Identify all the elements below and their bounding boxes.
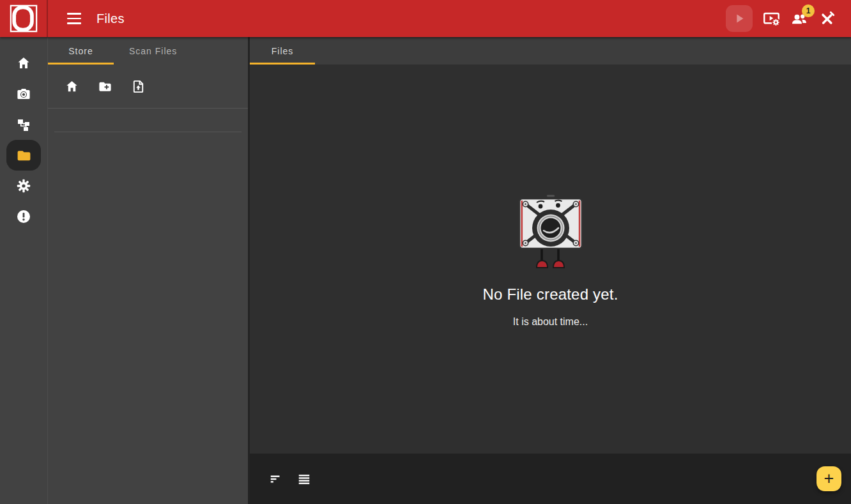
settings-icon [16, 178, 31, 194]
rail-item-files[interactable] [6, 140, 41, 171]
panel-toolbar [48, 65, 248, 108]
rows-icon [297, 472, 311, 486]
bottom-bar: + [250, 454, 851, 504]
sort-button[interactable] [268, 471, 284, 487]
files-main-pane: Files [250, 37, 851, 504]
webcam-settings-button[interactable] [762, 9, 781, 28]
rail-item-alerts[interactable] [6, 201, 41, 232]
play-icon [732, 11, 746, 26]
tab-files[interactable]: Files [250, 37, 315, 65]
page-title: Files [96, 11, 125, 26]
rail-item-connections[interactable] [6, 109, 41, 140]
upload-file-icon [131, 79, 146, 94]
home-icon [16, 56, 31, 71]
plus-icon: + [824, 470, 834, 487]
app-bar-actions: 1 [726, 5, 851, 32]
hamburger-icon [67, 13, 81, 15]
tab-store[interactable]: Store [48, 37, 114, 65]
crossed-tools-icon [818, 10, 836, 27]
home-icon [65, 79, 79, 94]
go-home-folder-button[interactable] [63, 78, 80, 95]
create-folder-button[interactable] [96, 78, 113, 95]
list-view-button[interactable] [296, 471, 312, 487]
app-bar: Files [0, 0, 851, 37]
empty-state: No File created yet. It is about time... [250, 65, 851, 454]
empty-state-title: No File created yet. [482, 286, 618, 303]
tab-scan-files[interactable]: Scan Files [114, 37, 192, 65]
tab-scan-files-label: Scan Files [129, 46, 177, 56]
start-print-button[interactable] [726, 5, 753, 32]
tab-files-label: Files [272, 46, 294, 56]
add-file-fab[interactable]: + [816, 466, 841, 491]
video-settings-icon [763, 10, 780, 27]
sort-icon [269, 472, 283, 486]
rail-item-webcam[interactable] [6, 79, 41, 109]
app-window: Files [0, 0, 851, 504]
rail-item-home[interactable] [6, 48, 41, 79]
main-tabs: Files [250, 37, 851, 65]
app-body: Store Scan Files [0, 37, 851, 504]
file-list-row-empty [48, 109, 248, 132]
panel-divider-inset [54, 132, 241, 132]
upload-file-button[interactable] [130, 78, 146, 95]
empty-state-subtitle: It is about time... [513, 316, 588, 328]
nav-rail [0, 37, 48, 504]
webcam-mascot-image [517, 195, 585, 270]
files-source-panel: Store Scan Files [48, 37, 250, 504]
bottom-bar-icons [268, 471, 312, 487]
create-folder-icon [98, 79, 112, 94]
logo-o-icon [9, 4, 38, 33]
users-button[interactable]: 1 [790, 9, 809, 28]
error-icon [16, 209, 31, 224]
hamburger-menu-button[interactable] [66, 12, 82, 25]
app-logo [0, 0, 48, 37]
panel-tabs: Store Scan Files [48, 37, 248, 65]
tree-icon [16, 117, 31, 132]
tab-store-label: Store [68, 46, 93, 56]
folder-icon [16, 148, 32, 164]
maintenance-button[interactable] [818, 9, 837, 28]
user-count-badge: 1 [802, 4, 815, 17]
rail-item-settings[interactable] [6, 171, 41, 201]
camera-icon [16, 86, 31, 102]
